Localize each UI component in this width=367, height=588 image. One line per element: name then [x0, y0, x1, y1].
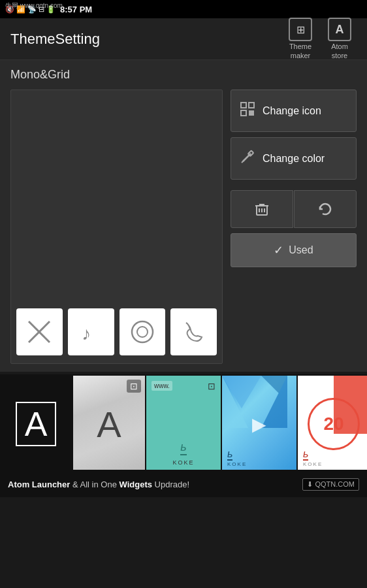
- preview-container: ♪: [10, 90, 223, 364]
- music-preview-icon: ♪: [68, 308, 114, 355]
- theme-5-logo: ь KOKE: [303, 448, 323, 467]
- atom-store-label: Atomstore: [331, 42, 348, 59]
- svg-rect-5: [241, 103, 246, 108]
- used-check-icon: ✓: [274, 243, 283, 257]
- used-label: Used: [289, 244, 313, 256]
- svg-point-3: [132, 321, 153, 342]
- svg-rect-7: [241, 110, 246, 116]
- theme-thumb-3[interactable]: www. ⊡ ь KOKE: [146, 376, 222, 471]
- banner-bold-1: Atom Launcher: [8, 480, 70, 489]
- watermark: 牛网 www.qqtn.com: [5, 1, 63, 10]
- delete-button[interactable]: [231, 190, 293, 228]
- preview-icons-row: ♪: [16, 306, 217, 358]
- www-label: www.: [152, 381, 172, 391]
- theme-1-letter: A: [16, 402, 57, 446]
- theme-thumb-4[interactable]: ▶ ь KOKE: [222, 376, 298, 471]
- banner-text: Atom Launcher & All in One Widgets Updra…: [8, 480, 189, 489]
- atom-store-icon: A: [328, 18, 351, 41]
- main-content: Mono&Grid ♪: [0, 60, 367, 372]
- theme-maker-label: Thememaker: [289, 42, 311, 59]
- overlay-icon-2: ⊡: [127, 380, 141, 393]
- theme-thumb-1[interactable]: A: [0, 376, 73, 471]
- controls-row: [231, 190, 357, 228]
- change-color-button[interactable]: Change color: [231, 137, 357, 180]
- play-icon: ▶: [252, 414, 266, 435]
- top-bar: ThemeSetting ⊞ Thememaker A Atomstore: [0, 18, 367, 60]
- change-color-label: Change color: [263, 153, 325, 165]
- banner-end: Updrade!: [155, 480, 189, 489]
- atom-store-button[interactable]: A Atomstore: [323, 15, 357, 62]
- theme-2-letter: A: [97, 403, 121, 446]
- theme-thumb-5[interactable]: 20 ь KOKE: [298, 376, 367, 471]
- section-title: Mono&Grid: [10, 68, 357, 82]
- qqtn-logo: ⬇ QQTN.COM: [302, 478, 359, 491]
- theme-3-logo: ь KOKE: [172, 440, 194, 467]
- top-bar-actions: ⊞ Thememaker A Atomstore: [283, 15, 357, 62]
- svg-text:♪: ♪: [82, 323, 91, 344]
- theme-thumb-2[interactable]: ⊡ A: [73, 376, 146, 471]
- theme-strip: A ⊡ A www. ⊡ ь KOKE: [0, 374, 367, 471]
- right-buttons: Change icon Change color: [231, 90, 357, 267]
- banner-bold-2: Widgets: [120, 480, 152, 489]
- change-color-btn-icon: [240, 150, 255, 167]
- email-preview-icon: [16, 308, 63, 355]
- overlay-icon-3: ⊡: [208, 381, 215, 391]
- theme-4-logo: ь KOKE: [227, 448, 247, 467]
- download-icon: ⬇: [307, 480, 313, 488]
- bottom-banner: Atom Launcher & All in One Widgets Updra…: [0, 471, 367, 497]
- used-button[interactable]: ✓ Used: [231, 233, 357, 267]
- qqtn-text: QQTN.COM: [315, 480, 355, 488]
- theme-maker-icon: ⊞: [289, 18, 312, 41]
- change-icon-btn-icon: [240, 102, 255, 120]
- svg-rect-6: [249, 103, 254, 108]
- theme-area: ♪: [10, 90, 357, 364]
- banner-middle: & All in One: [72, 480, 120, 489]
- svg-line-11: [242, 160, 244, 163]
- theme-5-number: 20: [323, 414, 343, 434]
- time-display: 8:57 PM: [60, 5, 92, 14]
- app-title: ThemeSetting: [10, 31, 100, 48]
- change-icon-button[interactable]: Change icon: [231, 90, 357, 132]
- svg-point-4: [137, 327, 148, 337]
- message-preview-icon: [120, 308, 166, 355]
- reset-button[interactable]: [294, 190, 357, 228]
- change-icon-label: Change icon: [263, 105, 321, 117]
- theme-5-circle: 20: [308, 398, 360, 450]
- svg-rect-10: [248, 150, 253, 155]
- phone-preview-icon: [170, 308, 217, 355]
- svg-rect-8: [249, 110, 254, 116]
- theme-maker-button[interactable]: ⊞ Thememaker: [283, 15, 317, 62]
